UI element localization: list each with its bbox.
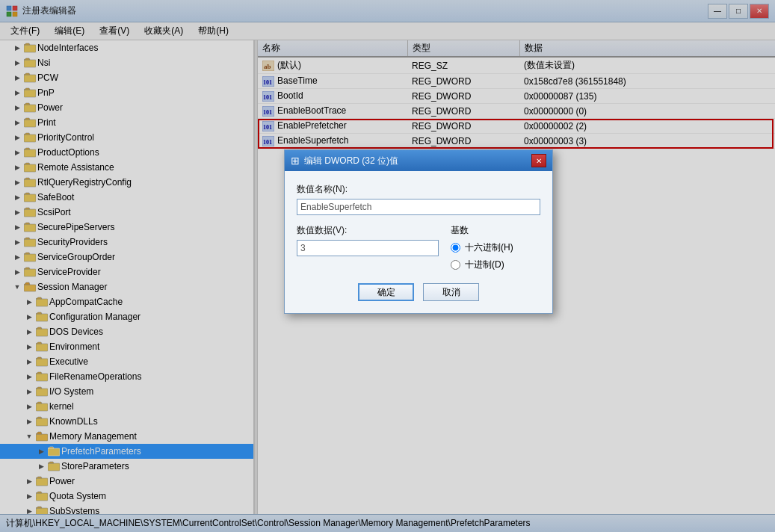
- dialog-icon: ⊞: [291, 155, 300, 167]
- dialog-row: 数值数据(V): 基数 十六进制(H) 十进制(D): [297, 224, 540, 271]
- field-data-input[interactable]: [297, 240, 439, 256]
- field-name-label: 数值名称(N):: [297, 183, 540, 196]
- edit-dword-dialog: ⊞ 编辑 DWORD (32 位)值 ✕ 数值名称(N): 数值数据(V): 基…: [284, 149, 553, 314]
- radio-dec[interactable]: [451, 260, 460, 270]
- radio-hex-item[interactable]: 十六进制(H): [451, 241, 540, 254]
- ok-button[interactable]: 确定: [358, 283, 414, 301]
- dialog-title-bar: ⊞ 编辑 DWORD (32 位)值 ✕: [285, 150, 552, 171]
- dialog-close-button[interactable]: ✕: [531, 154, 546, 167]
- radio-hex-label: 十六进制(H): [465, 241, 513, 254]
- dialog-buttons: 确定 取消: [297, 283, 540, 301]
- field-data-label: 数值数据(V):: [297, 224, 439, 237]
- field-name-input[interactable]: [297, 199, 540, 215]
- dialog-left: 数值数据(V):: [297, 224, 439, 271]
- radio-group: 十六进制(H) 十进制(D): [451, 241, 540, 271]
- radio-dec-label: 十进制(D): [465, 259, 504, 271]
- base-label: 基数: [451, 224, 540, 237]
- cancel-button[interactable]: 取消: [423, 283, 479, 301]
- radio-dec-item[interactable]: 十进制(D): [451, 259, 540, 271]
- radio-hex[interactable]: [451, 243, 460, 253]
- dialog-body: 数值名称(N): 数值数据(V): 基数 十六进制(H): [285, 171, 552, 313]
- dialog-title: 编辑 DWORD (32 位)值: [304, 155, 531, 167]
- dialog-overlay: ⊞ 编辑 DWORD (32 位)值 ✕ 数值名称(N): 数值数据(V): 基…: [0, 0, 775, 532]
- dialog-right: 基数 十六进制(H) 十进制(D): [451, 224, 540, 271]
